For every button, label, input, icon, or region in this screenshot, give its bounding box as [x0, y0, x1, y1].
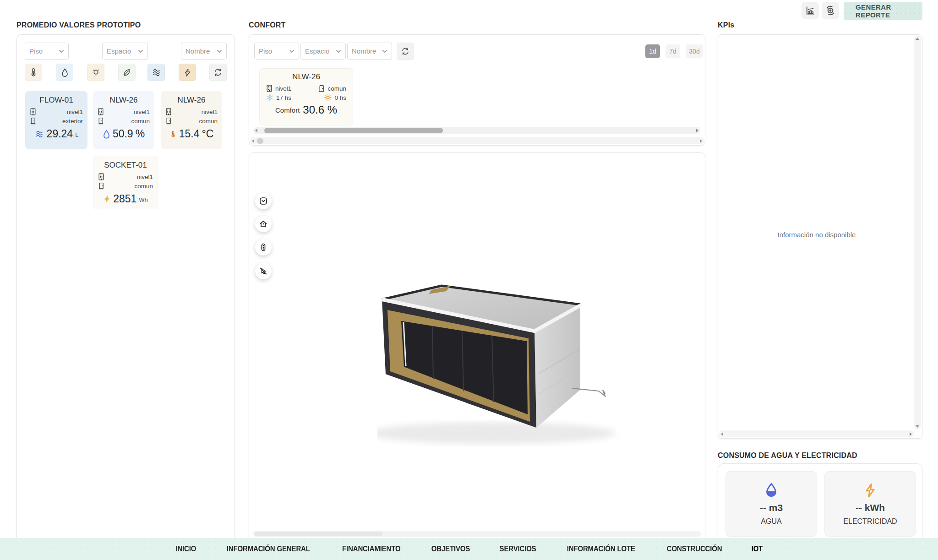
sensor-card-flow: FLOW-01 nivel1 exterior 29.24 [25, 91, 87, 149]
door-icon [98, 117, 104, 125]
confort-panel-title: CONFORT [249, 21, 286, 29]
consumption-panel: -- m3 AGUA -- kWh ELECTRICIDAD [718, 463, 922, 544]
chevron-down-icon [336, 49, 341, 53]
droplet-icon [60, 68, 69, 77]
bulb-icon [91, 68, 101, 77]
nombre-select-value: Nombre [352, 47, 376, 55]
humidity-filter-button[interactable] [56, 64, 73, 81]
sensor-name: SOCKET-01 [98, 161, 153, 170]
sensor-name: NLW-26 [165, 96, 218, 105]
espacio-select[interactable]: Espacio [300, 43, 346, 60]
temperature-filter-button[interactable] [25, 64, 42, 81]
model-viewport[interactable] [249, 152, 705, 543]
waves-icon [34, 130, 44, 138]
door-icon [30, 117, 36, 125]
piso-select-value: Piso [259, 47, 272, 55]
kpis-hscrollbar[interactable] [719, 430, 914, 437]
viewport-hscrollbar[interactable] [253, 531, 701, 537]
sensor-space: comun [134, 183, 153, 190]
chevron-down-icon [382, 49, 387, 53]
cold-hours: 17 hs [276, 94, 291, 101]
nav-item-iot[interactable]: IOT [752, 545, 763, 553]
nombre-select[interactable]: Nombre [181, 43, 227, 60]
home-view-button[interactable] [255, 216, 272, 232]
settings-button[interactable] [822, 2, 839, 19]
sensor-level: nivel1 [137, 174, 153, 180]
kpis-vscrollbar[interactable] [914, 36, 921, 430]
range-button-1d[interactable]: 1d [645, 44, 660, 58]
generate-report-button[interactable]: GENERAR REPORTE [844, 2, 922, 20]
confort-outer-hscrollbar[interactable] [250, 137, 704, 144]
electricity-value: -- kWh [856, 502, 885, 513]
nav-item-objetivos[interactable]: OBJETIVOS [431, 545, 469, 553]
nombre-select[interactable]: Nombre [347, 43, 392, 60]
sensor-unit: L [75, 131, 78, 138]
door-icon [165, 117, 172, 125]
sensor-space: comun [327, 85, 346, 92]
traffic-light-icon [259, 243, 268, 252]
sensor-space: comun [131, 118, 150, 125]
chart-report-button[interactable] [802, 2, 819, 19]
refresh-button[interactable] [209, 64, 227, 81]
nav-item-inicio[interactable]: INICIO [175, 545, 196, 553]
nav-item-informacion-lote[interactable]: INFORMACIÓN LOTE [567, 545, 635, 553]
espacio-select[interactable]: Espacio [102, 43, 148, 60]
water-value: -- m3 [760, 502, 783, 513]
nav-item-construccion[interactable]: CONSTRUCCIÓN [667, 545, 722, 553]
water-drop-icon [764, 483, 779, 498]
sensor-name: FLOW-01 [30, 96, 83, 105]
piso-select[interactable]: Piso [25, 43, 69, 60]
sensor-name: NLW-26 [265, 72, 347, 82]
prototype-3d-model[interactable] [377, 284, 698, 449]
home-icon [259, 219, 268, 228]
sensor-value: 15.4 [179, 128, 200, 140]
nombre-select-value: Nombre [185, 47, 210, 55]
confort-panel: Piso Espacio Nombre 1d 7d 30d NLW-26 [249, 34, 705, 146]
piso-select-value: Piso [29, 47, 43, 55]
light-filter-button[interactable] [87, 64, 104, 81]
building-icon [165, 108, 172, 115]
bar-chart-icon [805, 5, 815, 16]
bolt-icon [183, 68, 192, 77]
disable-selection-button[interactable] [255, 263, 272, 279]
air-quality-filter-button[interactable] [118, 64, 136, 81]
sensor-space: comun [199, 118, 218, 125]
building-icon [266, 85, 273, 92]
sensor-unit: °C [202, 128, 213, 140]
refresh-button[interactable] [397, 43, 414, 60]
door-icon [98, 182, 104, 190]
kpis-title: KPIs [718, 21, 734, 29]
prototype-panel-title: PROMEDIO VALORES PROTOTIPO [16, 21, 141, 29]
electricity-label: ELECTRICIDAD [843, 517, 897, 526]
waves-icon [152, 68, 161, 77]
nav-item-financiamiento[interactable]: FINANCIAMIENTO [342, 545, 400, 553]
sensor-level: nivel1 [275, 85, 291, 92]
energy-filter-button[interactable] [179, 64, 196, 81]
nav-item-servicios[interactable]: SERVICIOS [500, 545, 536, 553]
sensor-card-energy: SOCKET-01 nivel1 comun 2851 [93, 156, 158, 209]
sensor-name: NLW-26 [98, 96, 150, 105]
consumption-title: CONSUMO DE AGUA Y ELECTRICIDAD [718, 451, 857, 460]
collapse-panel-button[interactable] [255, 193, 272, 209]
nav-item-informacion-general[interactable]: INFORMACIÓN GENERAL [227, 545, 310, 553]
building-icon [98, 173, 104, 180]
kpis-empty-message: Información no disponible [718, 231, 915, 239]
piso-select[interactable]: Piso [254, 43, 299, 60]
confort-inner-hscrollbar[interactable] [253, 127, 700, 134]
sensor-unit: % [136, 128, 145, 140]
comfort-label: Comfort [275, 106, 300, 114]
range-button-7d[interactable]: 7d [665, 44, 680, 58]
kpis-panel: Información no disponible [718, 34, 922, 439]
sensor-level: nivel1 [134, 109, 150, 115]
espacio-select-value: Espacio [107, 47, 131, 55]
droplet-icon [103, 130, 110, 139]
sensor-card-temperature: NLW-26 nivel1 comun 1 [161, 91, 222, 149]
range-button-30d[interactable]: 30d [686, 44, 703, 58]
sensor-unit: Wh [139, 196, 148, 203]
water-label: AGUA [761, 517, 781, 526]
chevron-down-icon [59, 49, 64, 53]
sensor-level: nivel1 [202, 109, 218, 115]
chevron-down-square-icon [259, 196, 268, 206]
flow-filter-button[interactable] [147, 64, 165, 81]
levels-button[interactable] [255, 239, 272, 256]
